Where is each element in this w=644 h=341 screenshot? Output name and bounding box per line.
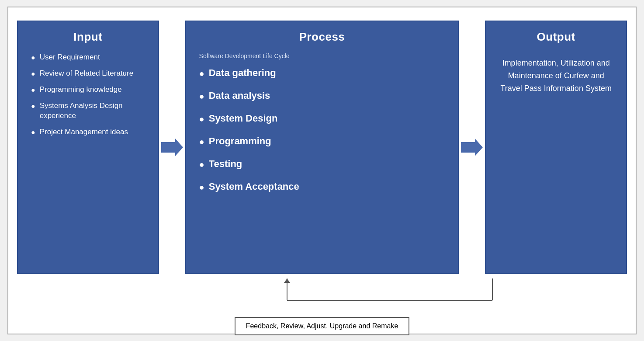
- input-list-item: Project Management ideas: [31, 127, 145, 137]
- process-list-item: System Acceptance: [199, 180, 299, 193]
- process-list-item: System Design: [199, 112, 299, 125]
- output-title: Output: [537, 30, 575, 44]
- input-list: User RequirementReview of Related Litera…: [31, 52, 145, 143]
- top-row: Input User RequirementReview of Related …: [17, 21, 627, 274]
- process-title: Process: [299, 30, 345, 44]
- process-list-item: Programming: [199, 135, 299, 148]
- input-list-item: Review of Related Literature: [31, 69, 145, 79]
- arrow-1: [159, 139, 185, 156]
- svg-marker-0: [161, 139, 183, 156]
- process-list-item: Data gathering: [199, 66, 299, 80]
- arrow-2: [459, 139, 485, 156]
- main-container: Input User RequirementReview of Related …: [7, 7, 637, 334]
- feedback-box: Feedback, Review, Adjust, Upgrade and Re…: [235, 317, 410, 335]
- process-list-item: Testing: [199, 157, 299, 170]
- svg-marker-1: [461, 139, 483, 156]
- output-text: Implementation, Utilization and Maintena…: [499, 57, 613, 94]
- feedback-section: Feedback, Review, Adjust, Upgrade and Re…: [17, 278, 627, 335]
- process-box: Process Software Development Life Cycle …: [185, 21, 459, 274]
- feedback-label: Feedback, Review, Adjust, Upgrade and Re…: [246, 322, 398, 330]
- svg-marker-5: [284, 278, 290, 283]
- input-list-item: Programming knowledge: [31, 85, 145, 95]
- process-list-item: Data analysis: [199, 89, 299, 102]
- input-list-item: Systems Analysis Design experience: [31, 101, 145, 121]
- process-list: Data gatheringData analysisSystem Design…: [199, 66, 299, 203]
- input-title: Input: [73, 30, 102, 44]
- output-box: Output Implementation, Utilization and M…: [485, 21, 627, 274]
- input-list-item: User Requirement: [31, 52, 145, 63]
- sdlc-label: Software Development Life Cycle: [199, 52, 290, 59]
- feedback-arrow-svg: [112, 278, 532, 313]
- input-box: Input User RequirementReview of Related …: [17, 21, 159, 274]
